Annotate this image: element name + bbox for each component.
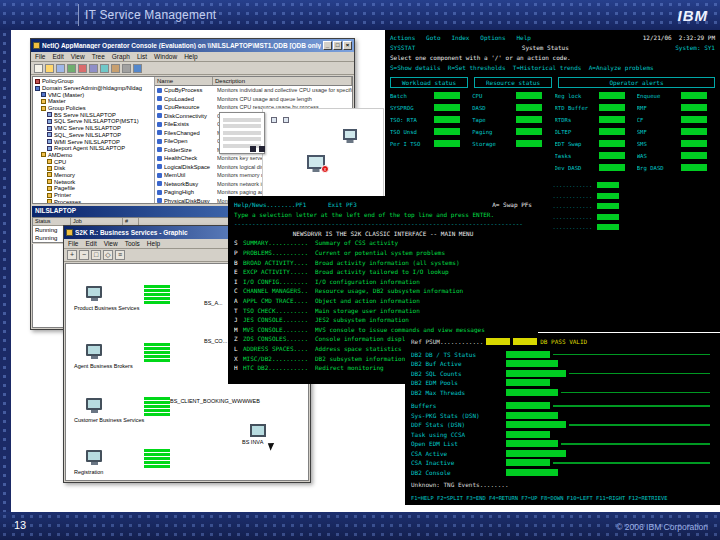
tree-item[interactable]: Group Policies bbox=[33, 105, 154, 112]
status-indicator[interactable] bbox=[599, 140, 625, 147]
column-header[interactable]: Description bbox=[213, 77, 352, 85]
status-cell[interactable]: EDT Swap bbox=[555, 139, 633, 148]
toolbar-open-icon[interactable] bbox=[45, 64, 54, 73]
status-indicator[interactable] bbox=[434, 92, 460, 99]
status-indicator[interactable] bbox=[599, 152, 625, 159]
netiq-titlebar[interactable]: NetIQ AppManager Operator Console (Evalu… bbox=[31, 39, 354, 52]
node-label[interactable]: BS INVA bbox=[242, 424, 266, 445]
menu-option[interactable]: AAPPL CMD TRACE....Object and action inf… bbox=[234, 296, 532, 306]
db2-status-bar[interactable] bbox=[506, 351, 550, 358]
tree-item[interactable]: BS Serve NILSLAPTOP bbox=[33, 111, 154, 118]
tree-item[interactable]: VMC (Master) bbox=[33, 91, 154, 98]
node-icon[interactable] bbox=[271, 117, 277, 123]
menu-item-file[interactable]: File bbox=[68, 240, 78, 247]
toolbar-alert-icon[interactable] bbox=[78, 64, 87, 73]
status-cell[interactable]: DASD bbox=[472, 103, 550, 112]
tree-item[interactable]: Network bbox=[33, 178, 154, 185]
node-label[interactable]: BS_CLIENT_BOOKING_WWWWEB bbox=[170, 398, 260, 404]
status-indicator[interactable] bbox=[597, 224, 619, 230]
knowledge-script-row[interactable]: CpuByProcessMonitors individual and coll… bbox=[155, 86, 352, 95]
toolbar-graph-icon[interactable] bbox=[111, 64, 120, 73]
db2-status-bar[interactable] bbox=[506, 431, 550, 438]
toolbar-properties-icon[interactable] bbox=[122, 64, 131, 73]
db2-row[interactable]: CSA Active bbox=[411, 449, 714, 459]
menu-option[interactable]: CCHANNEL MANAGERS..Resource usage, DB2 s… bbox=[234, 286, 532, 296]
db2-status-bar[interactable] bbox=[506, 402, 550, 409]
db2-status-bar[interactable] bbox=[506, 360, 558, 367]
tree-item[interactable]: SQL Serve NILSLAPTOP(MST1) bbox=[33, 118, 154, 125]
db2-status-bar[interactable] bbox=[506, 370, 566, 377]
jobs-column-header[interactable]: Job bbox=[71, 218, 123, 225]
menu-option[interactable]: JJES CONSOLE.......JES2 subsystem inform… bbox=[234, 315, 532, 325]
db2-row[interactable]: DB2 DB / TS Status bbox=[411, 350, 714, 360]
status-cell[interactable]: Per I TSO bbox=[390, 139, 468, 148]
tree-item[interactable]: Domain ServerAdmin@hldagmp/Nldag bbox=[33, 85, 154, 92]
status-indicator[interactable] bbox=[434, 128, 460, 135]
context-menu-item[interactable] bbox=[223, 137, 261, 141]
menu-item-view[interactable]: View bbox=[71, 53, 85, 60]
db2-status-bar[interactable] bbox=[506, 440, 558, 447]
business-service-node[interactable]: Registration bbox=[74, 450, 284, 481]
tree-item[interactable]: Memory bbox=[33, 172, 154, 179]
db2-status-bar[interactable] bbox=[506, 469, 558, 476]
menu-item-tree[interactable]: Tree bbox=[92, 53, 105, 60]
menu-item-view[interactable]: View bbox=[104, 240, 118, 247]
db2-status-bar[interactable] bbox=[506, 412, 558, 419]
status-indicator[interactable] bbox=[434, 140, 460, 147]
toolbar-save-icon[interactable] bbox=[56, 64, 65, 73]
tree-item[interactable]: Disk bbox=[33, 165, 154, 172]
menu-option[interactable]: II/O CONFIG........I/O configuration inf… bbox=[234, 277, 532, 287]
maximize-button[interactable]: □ bbox=[333, 41, 342, 50]
tree-item[interactable]: Master bbox=[33, 98, 154, 105]
status-cell[interactable]: SMS bbox=[637, 139, 715, 148]
tree-item[interactable]: SQL_Serve NILSLAPTOP bbox=[33, 132, 154, 139]
jobs-column-header[interactable]: # bbox=[123, 218, 139, 225]
db2-row[interactable]: DB2 Max Threads bbox=[411, 388, 714, 398]
status-cell[interactable]: Enqueue bbox=[637, 91, 715, 100]
status-cell[interactable]: Batch bbox=[390, 91, 468, 100]
status-indicator[interactable] bbox=[434, 104, 460, 111]
toolbar-layout-icon[interactable]: ≡ bbox=[115, 250, 125, 260]
close-button[interactable]: × bbox=[343, 41, 352, 50]
status-indicator[interactable] bbox=[434, 116, 460, 123]
status-indicator[interactable] bbox=[599, 116, 625, 123]
db2-row[interactable]: Open EDM List bbox=[411, 439, 714, 449]
context-menu-item[interactable] bbox=[223, 131, 261, 135]
terminal-menubar[interactable]: Actions Goto Index Options Help bbox=[390, 33, 531, 43]
alert-workstation-icon[interactable]: x bbox=[307, 155, 325, 169]
status-cell[interactable]: Tasks bbox=[555, 151, 633, 160]
toolbar-new-icon[interactable] bbox=[34, 64, 43, 73]
knowledge-script-row[interactable]: CpuLoadedMonitors CPU usage and queue le… bbox=[155, 95, 352, 104]
status-cell[interactable]: RTDRs bbox=[555, 115, 633, 124]
node-label[interactable]: BS_CO... bbox=[204, 338, 227, 344]
menu-option[interactable]: PPROBLEMS..........Current or potential … bbox=[234, 248, 532, 258]
status-cell[interactable]: CPU bbox=[472, 91, 550, 100]
toolbar-zoom-fit-icon[interactable]: □ bbox=[91, 250, 101, 260]
menu-option[interactable]: EEXCP ACTIVITY.....Broad activity tailor… bbox=[234, 267, 532, 277]
status-cell[interactable]: Reg lock bbox=[555, 91, 633, 100]
status-indicator[interactable] bbox=[599, 104, 625, 111]
menu-option[interactable]: BBROAD ACTIVITY....Broad activity inform… bbox=[234, 258, 532, 268]
workstation-icon[interactable] bbox=[343, 129, 357, 140]
status-cell[interactable]: SYSPROG bbox=[390, 103, 468, 112]
status-cell[interactable]: Storage bbox=[472, 139, 550, 148]
status-indicator[interactable] bbox=[599, 92, 625, 99]
status-indicator[interactable] bbox=[681, 128, 707, 135]
menu-option[interactable]: TTSO CHECK.........Main storage user inf… bbox=[234, 306, 532, 316]
db2-status-bar[interactable] bbox=[506, 379, 550, 386]
db2-status-bar[interactable] bbox=[506, 421, 566, 428]
status-indicator[interactable] bbox=[516, 128, 542, 135]
node-label[interactable]: BS_A... bbox=[204, 300, 223, 306]
status-indicator[interactable] bbox=[516, 116, 542, 123]
toolbar-tree-icon[interactable] bbox=[89, 64, 98, 73]
column-header[interactable]: Name bbox=[155, 77, 213, 85]
tree-item[interactable]: WMI Serve NILSLAPTOP bbox=[33, 138, 154, 145]
status-cell[interactable]: SMF bbox=[637, 127, 715, 136]
status-indicator[interactable] bbox=[516, 140, 542, 147]
status-cell[interactable]: Brg DASD bbox=[637, 163, 715, 172]
status-indicator[interactable] bbox=[681, 116, 707, 123]
node-icon[interactable] bbox=[283, 117, 289, 123]
menu-item-edit[interactable]: Edit bbox=[52, 53, 63, 60]
menu-item-help[interactable]: Help bbox=[184, 53, 197, 60]
tree-item[interactable]: Report Agent NILSLAPTOP bbox=[33, 145, 154, 152]
